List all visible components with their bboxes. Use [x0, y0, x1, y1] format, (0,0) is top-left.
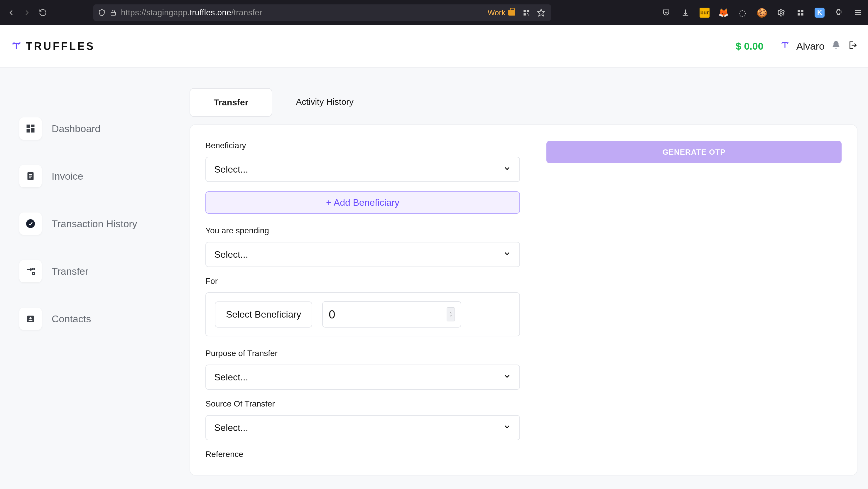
extension-grid-icon[interactable]	[795, 7, 806, 18]
bell-icon[interactable]	[831, 40, 841, 53]
extension-cookie-icon[interactable]: 🍪	[756, 7, 767, 18]
url-prefix: https://stagingapp.	[121, 8, 190, 17]
url-host: truffles.one	[190, 8, 231, 17]
logo-text: TRUFFLES	[26, 40, 95, 53]
svg-rect-25	[33, 273, 35, 274]
transfer-mini-icon	[780, 40, 790, 53]
extension-burp-icon[interactable]: bur	[700, 8, 710, 18]
svg-point-27	[29, 317, 32, 319]
svg-rect-22	[29, 178, 31, 179]
svg-rect-17	[31, 128, 35, 133]
url-text: https://stagingapp.truffles.one/transfer	[121, 8, 484, 17]
sidebar-item-transfer[interactable]: Transfer	[19, 260, 169, 282]
extension-k-icon[interactable]: K	[815, 8, 825, 18]
user-name[interactable]: Alvaro	[797, 40, 825, 52]
source-value: Select...	[214, 422, 248, 433]
svg-rect-0	[111, 12, 116, 15]
spending-label: You are spending	[206, 226, 520, 236]
container-tag: Work	[488, 8, 515, 17]
svg-rect-24	[33, 268, 35, 270]
pocket-icon[interactable]	[661, 7, 672, 18]
svg-point-7	[780, 12, 782, 14]
chevron-down-icon	[503, 422, 511, 433]
side-column: GENERATE OTP	[547, 141, 842, 459]
spending-select[interactable]: Select...	[206, 242, 520, 267]
for-amount-value: 0	[329, 308, 335, 321]
dashboard-icon	[19, 117, 42, 140]
number-stepper-icon[interactable]	[446, 307, 455, 322]
star-icon[interactable]	[536, 7, 547, 18]
browser-right-icons: bur 🦊 ◌ 🍪 K	[661, 7, 863, 18]
sidebar-item-label: Transaction History	[52, 218, 137, 230]
svg-rect-10	[798, 13, 800, 16]
svg-rect-20	[29, 174, 32, 175]
spending-value: Select...	[214, 249, 248, 260]
briefcase-icon	[508, 10, 515, 16]
forward-button[interactable]	[21, 6, 33, 19]
sidebar-item-transaction-history[interactable]: Transaction History	[19, 213, 169, 235]
lock-icon	[110, 9, 117, 16]
svg-rect-16	[31, 125, 35, 127]
extensions-icon[interactable]	[833, 7, 844, 18]
extension-circle-icon[interactable]: ◌	[737, 7, 748, 18]
for-label: For	[206, 276, 520, 286]
sidebar-item-dashboard[interactable]: Dashboard	[19, 117, 169, 140]
svg-rect-11	[801, 13, 803, 16]
container-label: Work	[488, 8, 505, 17]
hamburger-icon[interactable]	[853, 7, 863, 18]
sidebar: Dashboard Invoice Transaction History Tr…	[0, 67, 169, 489]
tabs: Transfer Activity History	[190, 88, 858, 117]
for-box: Select Beneficiary 0	[206, 292, 520, 336]
beneficiary-value: Select...	[214, 164, 248, 175]
tab-activity-history[interactable]: Activity History	[272, 88, 377, 117]
qr-icon[interactable]	[521, 7, 532, 18]
extension-fox-icon[interactable]: 🦊	[718, 8, 728, 18]
svg-rect-2	[527, 10, 529, 12]
download-icon[interactable]	[680, 7, 691, 18]
logo-icon	[10, 40, 22, 52]
history-icon	[19, 213, 42, 235]
svg-rect-4	[527, 13, 528, 14]
source-select[interactable]: Select...	[206, 415, 520, 440]
app-header: TRUFFLES $ 0.00 Alvaro	[0, 25, 868, 67]
tab-transfer[interactable]: Transfer	[190, 88, 272, 117]
logo[interactable]: TRUFFLES	[10, 40, 95, 53]
for-chip[interactable]: Select Beneficiary	[215, 301, 312, 328]
purpose-select[interactable]: Select...	[206, 365, 520, 390]
contacts-icon	[19, 308, 42, 330]
sidebar-item-contacts[interactable]: Contacts	[19, 308, 169, 330]
balance: $ 0.00	[736, 40, 764, 52]
svg-rect-21	[29, 176, 32, 177]
svg-rect-8	[798, 10, 800, 12]
url-path: /transfer	[231, 8, 262, 17]
transfer-card: Beneficiary Select... + Add Beneficiary …	[190, 124, 858, 476]
generate-otp-button[interactable]: GENERATE OTP	[547, 141, 842, 163]
form-column: Beneficiary Select... + Add Beneficiary …	[206, 141, 520, 459]
user-area: Alvaro	[780, 40, 858, 53]
chevron-down-icon	[503, 164, 511, 175]
back-button[interactable]	[5, 6, 18, 19]
svg-rect-18	[27, 129, 30, 133]
address-bar[interactable]: https://stagingapp.truffles.one/transfer…	[93, 4, 551, 21]
add-beneficiary-button[interactable]: + Add Beneficiary	[206, 191, 520, 214]
sidebar-item-label: Transfer	[52, 266, 88, 277]
browser-toolbar: https://stagingapp.truffles.one/transfer…	[0, 0, 868, 25]
sidebar-item-label: Invoice	[52, 171, 83, 182]
svg-point-23	[26, 219, 35, 228]
reload-button[interactable]	[36, 6, 49, 19]
main-content: Transfer Activity History Beneficiary Se…	[169, 67, 868, 489]
shield-icon	[98, 9, 106, 17]
for-amount-input[interactable]: 0	[322, 301, 461, 328]
logout-icon[interactable]	[847, 40, 858, 53]
purpose-value: Select...	[214, 372, 248, 383]
beneficiary-select[interactable]: Select...	[206, 157, 520, 182]
extension-gear-icon[interactable]	[776, 7, 786, 18]
sidebar-item-invoice[interactable]: Invoice	[19, 165, 169, 187]
svg-marker-6	[537, 9, 544, 16]
sidebar-item-label: Contacts	[52, 313, 91, 325]
svg-rect-5	[528, 15, 529, 16]
source-label: Source Of Transfer	[206, 399, 520, 408]
svg-rect-9	[801, 10, 803, 12]
chevron-down-icon	[503, 372, 511, 383]
purpose-label: Purpose of Transfer	[206, 349, 520, 358]
